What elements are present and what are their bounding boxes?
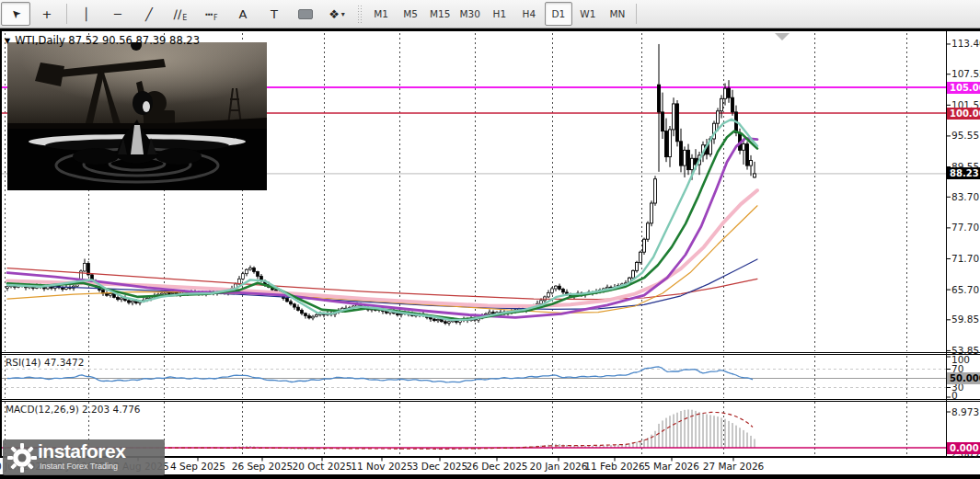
trendline-tool[interactable]: ╱ [134, 2, 164, 26]
toolbar: ➤+│─╱∕∕E┅FAT❖▾ M1M5M15M30H1H4D1W1MN [0, 0, 980, 28]
timeframe-H4[interactable]: H4 [515, 2, 543, 26]
oil-drop [133, 91, 153, 115]
toolbar-separator [66, 4, 67, 24]
price-tick-77.70: 77.70 [951, 222, 979, 233]
macd-zero-badge: 0.000 [947, 442, 980, 454]
price-shift-marker[interactable] [775, 33, 790, 40]
macd-indicator-label: MACD(12,26,9) 2.203 4.776 [6, 404, 141, 415]
arrows-tool[interactable]: ❖▾ [322, 2, 352, 26]
timeframe-W1[interactable]: W1 [574, 2, 602, 26]
date-label: 27 Mar 2026 [703, 461, 765, 472]
date-label: 26 Dec 2025 [466, 461, 527, 472]
rectangle-tool[interactable] [291, 2, 320, 26]
date-label: 11 Feb 2026 [584, 461, 644, 472]
price-tick-59.85: 59.85 [951, 314, 979, 325]
crosshair-tool[interactable]: + [32, 2, 62, 26]
price-tick-113.40: 113.40 [951, 38, 980, 49]
rsi-indicator-label: RSI(14) 47.3472 [6, 357, 84, 368]
gear-logo-icon [6, 442, 38, 473]
price-tick-83.70: 83.70 [951, 191, 979, 202]
rsi-tick-0: 0 [951, 390, 958, 401]
date-label: 26 Sep 2025 [232, 461, 294, 472]
date-label: 3 Dec 2025 [412, 461, 467, 472]
macd-max-tick: 8.973 [951, 406, 979, 417]
timeframe-D1[interactable]: D1 [545, 2, 572, 26]
price-tick-65.70: 65.70 [951, 284, 979, 295]
instaforex-watermark: instaforex Instant Forex Trading [3, 439, 165, 475]
mt4-window: ➤+│─╱∕∕E┅FAT❖▾ M1M5M15M30H1H4D1W1MN ▼ WT… [0, 0, 980, 479]
price-tick-95.55: 95.55 [951, 130, 979, 141]
date-label: 4 Sep 2025 [170, 461, 225, 472]
price-tick-71.70: 71.70 [951, 253, 979, 264]
timeframe-M30[interactable]: M30 [455, 2, 483, 26]
date-label: 5 Mar 2026 [644, 461, 699, 472]
drawing-tools-group: ➤+│─╱∕∕E┅FAT❖▾ [0, 0, 352, 28]
cursor-tool[interactable]: ➤ [1, 2, 30, 26]
brand-tagline: Instant Forex Trading [40, 462, 125, 471]
date-label: 20 Oct 2025 [293, 461, 352, 472]
date-label: 20 Jan 2026 [530, 461, 588, 472]
text-tool[interactable]: A [228, 2, 258, 26]
symbol-dropdown-icon[interactable]: ▼ [5, 37, 10, 45]
current-price-badge: 88.23 [947, 167, 980, 179]
ma-orange [7, 206, 757, 313]
timeframe-M1[interactable]: M1 [367, 2, 395, 26]
toolbar-separator [636, 4, 637, 24]
timeframe-MN[interactable]: MN [604, 2, 631, 26]
symbol-ohlc-text: WTI,Daily 87.52 90.56 87.39 88.23 [15, 34, 200, 47]
brand-name: instaforex [38, 441, 125, 462]
rsi-50-badge: 50.0000 [947, 372, 980, 384]
toolbar-grip[interactable] [357, 5, 362, 23]
date-label: 11 Nov 2025 [351, 461, 412, 472]
fibonacci-retracement-tool[interactable]: ┅F [197, 2, 226, 26]
equidistant-channel-tool[interactable]: ∕∕E [166, 2, 195, 26]
price-tick-107.55: 107.55 [951, 68, 980, 79]
timeframe-M5[interactable]: M5 [397, 2, 424, 26]
price-level-badge-100.00: 100.00 [947, 108, 980, 120]
chart-title: ▼ WTI,Daily 87.52 90.56 87.39 88.23 [5, 34, 200, 47]
vertical-line-tool[interactable]: │ [72, 2, 101, 26]
timeframe-H1[interactable]: H1 [486, 2, 513, 26]
timeframe-M15[interactable]: M15 [426, 2, 454, 26]
timeframe-group: M1M5M15M30H1H4D1W1MN [366, 0, 632, 28]
horizontal-line-tool[interactable]: ─ [103, 2, 133, 26]
text-label-tool[interactable]: T [259, 2, 289, 26]
price-level-badge-105.00: 105.00 [947, 82, 980, 94]
oil-pump-photo [7, 42, 267, 190]
